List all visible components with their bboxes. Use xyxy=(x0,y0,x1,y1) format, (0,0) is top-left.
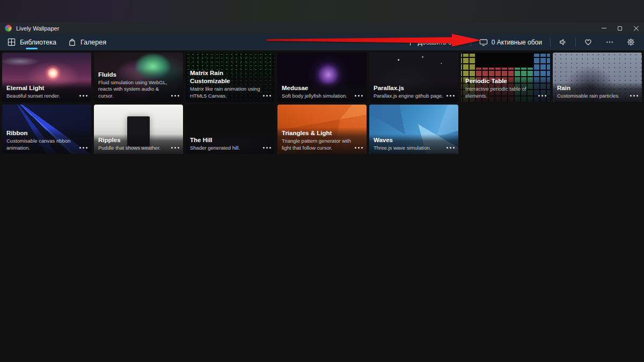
card-more-options-button[interactable] xyxy=(263,95,271,97)
wallpaper-info: Triangles & Light Triangle pattern gener… xyxy=(277,127,367,154)
wallpaper-description: Shader generated hill. xyxy=(190,145,261,151)
wallpaper-info: Parallax.js Parallax.js engine github pa… xyxy=(369,82,458,102)
wallpaper-description: Customisable rain particles. xyxy=(557,93,628,99)
wallpaper-title: Rain xyxy=(557,84,628,92)
wallpaper-description: Soft body jellyfish simulation. xyxy=(282,93,353,99)
wallpaper-description: Matrix like rain animation using HTML5 C… xyxy=(190,86,261,99)
wallpaper-card-matrix-rain[interactable]: Matrix Rain Customizable Matrix like rai… xyxy=(186,53,275,102)
tab-library-label: Библиотека xyxy=(20,39,56,46)
monitor-icon xyxy=(479,38,488,46)
maximize-icon xyxy=(618,26,622,31)
card-more-options-button[interactable] xyxy=(79,95,87,97)
app-title: Lively Wallpaper xyxy=(16,25,59,32)
card-more-options-button[interactable] xyxy=(171,147,179,149)
wallpaper-card-ribbon[interactable]: Ribbon Customisable canvas ribbon animat… xyxy=(2,105,91,154)
wallpaper-title: Parallax.js xyxy=(374,84,444,92)
wallpaper-description: Interactive periodic table of elements. xyxy=(465,86,536,99)
add-wallpaper-label: Добавить обои xyxy=(418,39,463,46)
wallpaper-description: Fluid simulation using WebGL, reacts wit… xyxy=(98,79,169,99)
grid-icon xyxy=(8,38,16,46)
wallpaper-card-eternal-light[interactable]: Eternal Light Beautiful sunset render. xyxy=(2,53,91,102)
wallpaper-title: Medusae xyxy=(282,84,353,92)
wallpaper-title: Periodic Table xyxy=(465,77,536,85)
selected-tab-indicator xyxy=(26,48,38,49)
wallpaper-title: Waves xyxy=(374,136,444,144)
card-more-options-button[interactable] xyxy=(355,95,363,97)
titlebar: Lively Wallpaper xyxy=(0,23,644,34)
toolbar-separator xyxy=(550,38,551,47)
lively-wallpaper-window: Lively Wallpaper Библиотека Галерея xyxy=(0,23,644,362)
wallpaper-info: Rain Customisable rain particles. xyxy=(553,82,642,102)
wallpaper-card-medusae[interactable]: Medusae Soft body jellyfish simulation. xyxy=(277,53,367,102)
wallpaper-card-parallax[interactable]: Parallax.js Parallax.js engine github pa… xyxy=(369,53,458,102)
window-controls xyxy=(596,23,644,34)
wallpaper-info: Matrix Rain Customizable Matrix like rai… xyxy=(186,67,275,102)
maximize-button[interactable] xyxy=(612,23,628,34)
card-more-options-button[interactable] xyxy=(263,147,271,149)
wallpaper-info: The Hill Shader generated hill. xyxy=(186,134,275,154)
wallpaper-description: Triangle pattern generator with light th… xyxy=(282,138,353,151)
card-more-options-button[interactable] xyxy=(538,95,546,97)
more-dots-icon xyxy=(605,38,614,46)
close-icon xyxy=(633,26,639,31)
bag-icon xyxy=(68,38,76,46)
card-more-options-button[interactable] xyxy=(630,95,638,97)
wallpaper-info: Waves Three.js wave simulation. xyxy=(369,134,458,154)
app-logo-icon xyxy=(5,25,12,32)
more-menu-button[interactable] xyxy=(601,34,619,50)
wallpaper-card-ripples[interactable]: Ripples Puddle that shows weather. xyxy=(94,105,183,154)
toolbar: Добавить обои 0 Активные обои xyxy=(401,34,640,50)
wallpaper-card-waves[interactable]: Waves Three.js wave simulation. xyxy=(369,105,458,154)
plus-icon xyxy=(406,38,414,46)
wallpaper-info: Ribbon Customisable canvas ribbon animat… xyxy=(2,127,91,154)
wallpaper-title: Fluids xyxy=(98,71,169,79)
wallpaper-title: The Hill xyxy=(190,136,261,144)
wallpaper-description: Beautiful sunset render. xyxy=(6,93,77,99)
heart-icon xyxy=(584,38,592,46)
wallpaper-info: Eternal Light Beautiful sunset render. xyxy=(2,82,91,102)
card-more-options-button[interactable] xyxy=(171,95,179,97)
navbar: Библиотека Галерея Добавить обои xyxy=(0,34,644,50)
card-more-options-button[interactable] xyxy=(355,147,363,149)
wallpaper-description: Customisable canvas ribbon animation. xyxy=(6,138,77,151)
close-button[interactable] xyxy=(628,23,644,34)
minimize-button[interactable] xyxy=(596,23,612,34)
tab-library[interactable]: Библиотека xyxy=(5,34,58,50)
wallpaper-library-grid: Eternal Light Beautiful sunset render. F… xyxy=(0,50,644,156)
minimize-icon xyxy=(602,28,606,28)
audio-button[interactable] xyxy=(554,34,572,50)
toolbar-separator xyxy=(471,38,471,47)
nav-tabs: Библиотека Галерея xyxy=(5,34,108,50)
wallpaper-description: Three.js wave simulation. xyxy=(374,145,444,151)
wallpaper-info: Periodic Table Interactive periodic tabl… xyxy=(461,75,550,102)
favorites-button[interactable] xyxy=(579,34,597,50)
card-more-options-button[interactable] xyxy=(447,95,455,97)
speaker-icon xyxy=(559,38,567,46)
toolbar-separator xyxy=(575,38,576,47)
gear-icon xyxy=(627,38,635,46)
wallpaper-card-triangles-light[interactable]: Triangles & Light Triangle pattern gener… xyxy=(277,105,367,154)
wallpaper-description: Puddle that shows weather. xyxy=(98,145,169,151)
wallpaper-info: Fluids Fluid simulation using WebGL, rea… xyxy=(94,69,183,102)
wallpaper-info: Ripples Puddle that shows weather. xyxy=(94,134,183,154)
tab-gallery-label: Галерея xyxy=(80,39,106,46)
wallpaper-info: Medusae Soft body jellyfish simulation. xyxy=(277,82,367,102)
active-wallpapers-label: 0 Активные обои xyxy=(492,39,542,46)
wallpaper-description: Parallax.js engine github page. xyxy=(374,93,444,99)
wallpaper-title: Matrix Rain Customizable xyxy=(190,69,261,85)
wallpaper-title: Ripples xyxy=(98,136,169,144)
card-more-options-button[interactable] xyxy=(79,147,87,149)
wallpaper-card-fluids[interactable]: Fluids Fluid simulation using WebGL, rea… xyxy=(94,53,183,102)
add-wallpaper-button[interactable]: Добавить обои xyxy=(401,34,467,50)
wallpaper-title: Ribbon xyxy=(6,129,77,137)
active-wallpapers-button[interactable]: 0 Активные обои xyxy=(474,34,547,50)
card-more-options-button[interactable] xyxy=(447,147,455,149)
wallpaper-card-the-hill[interactable]: The Hill Shader generated hill. xyxy=(186,105,275,154)
tab-gallery[interactable]: Галерея xyxy=(66,34,108,50)
settings-button[interactable] xyxy=(622,34,640,50)
desktop-background xyxy=(0,0,644,23)
wallpaper-title: Triangles & Light xyxy=(282,129,353,137)
wallpaper-card-rain[interactable]: Rain Customisable rain particles. xyxy=(553,53,642,102)
wallpaper-card-periodic-table[interactable]: Periodic Table Interactive periodic tabl… xyxy=(461,53,550,102)
wallpaper-title: Eternal Light xyxy=(6,84,77,92)
